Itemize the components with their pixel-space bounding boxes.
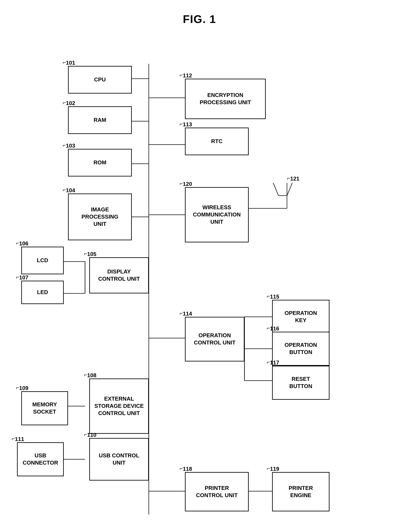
rstbtn-block: RESET BUTTON <box>272 366 329 400</box>
svg-line-30 <box>273 183 279 196</box>
rstbtn-ref: 117 <box>270 359 279 366</box>
cpu-block: CPU <box>68 66 132 94</box>
svg-line-31 <box>287 183 292 196</box>
ipu-ref: 104 <box>66 187 75 194</box>
ms-ref: 109 <box>19 385 28 392</box>
dcu-block: DISPLAY CONTROL UNIT <box>89 257 149 293</box>
usbconn-ref: 111 <box>15 436 24 443</box>
rtc-ref: 113 <box>183 121 192 128</box>
diagram: CPU 101 ⌐ RAM 102 ⌐ ROM 103 ⌐ IMAGE PROC… <box>0 34 399 532</box>
lcd-block: LCD <box>21 247 64 274</box>
pe-block: PRINTER ENGINE <box>272 472 329 511</box>
pe-ref: 119 <box>270 466 279 472</box>
rom-ref: 103 <box>66 142 75 149</box>
wcu-block: WIRELESS COMMUNICATION UNIT <box>185 187 249 242</box>
ipu-block: IMAGE PROCESSING UNIT <box>68 194 132 240</box>
opbtn-ref: 116 <box>270 325 279 332</box>
usbctrl-block: USB CONTROL UNIT <box>89 438 149 481</box>
lcd-ref: 106 <box>19 240 28 247</box>
opkey-block: OPERATION KEY <box>272 300 329 334</box>
page-title: FIG. 1 <box>0 0 399 25</box>
antenna-ref: 121 <box>290 175 299 182</box>
opbtn-block: OPERATION BUTTON <box>272 332 329 366</box>
opkey-ref: 115 <box>270 293 279 300</box>
dcu-ref: 105 <box>87 251 96 258</box>
rom-block: ROM <box>68 149 132 177</box>
epu-block: ENCRYPTION PROCESSING UNIT <box>185 79 266 119</box>
ocu-ref: 114 <box>183 310 192 317</box>
wcu-ref: 120 <box>183 181 192 187</box>
esdcu-ref: 108 <box>87 372 96 379</box>
esdcu-block: EXTERNAL STORAGE DEVICE CONTROL UNIT <box>89 379 149 434</box>
ms-block: MEMORY SOCKET <box>21 391 68 425</box>
usbctrl-ref: 110 <box>87 432 96 438</box>
ram-ref: 102 <box>66 100 75 107</box>
pcu-block: PRINTER CONTROL UNIT <box>185 472 249 511</box>
cpu-ref: 101 <box>66 60 75 66</box>
ocu-block: OPERATION CONTROL UNIT <box>185 317 244 361</box>
led-ref: 107 <box>19 274 28 281</box>
epu-ref: 112 <box>183 72 192 79</box>
rtc-block: RTC <box>185 127 249 155</box>
led-block: LED <box>21 281 64 304</box>
ram-block: RAM <box>68 106 132 134</box>
usbconn-block: USB CONNECTOR <box>17 442 64 476</box>
pcu-ref: 118 <box>183 466 192 472</box>
